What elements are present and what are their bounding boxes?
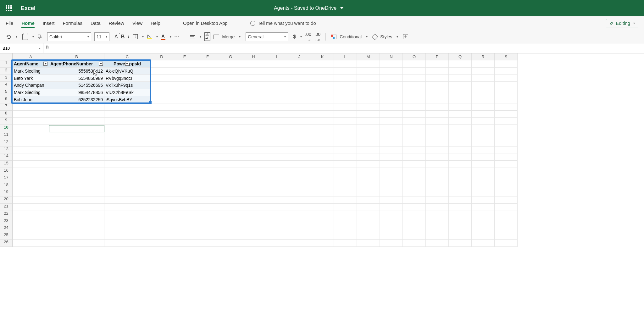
cell[interactable] [495,175,518,182]
cell[interactable] [426,103,449,111]
cell[interactable] [49,196,104,204]
cell[interactable]: 6252232259 [49,96,104,103]
cell[interactable] [49,218,104,225]
cell[interactable] [403,168,426,175]
cell[interactable] [219,182,242,190]
cell[interactable] [104,132,150,139]
cell[interactable] [495,204,518,211]
menu-help[interactable]: Help [151,19,160,28]
cell[interactable] [311,168,334,175]
cell[interactable] [311,68,334,75]
cell[interactable] [311,89,334,96]
cell[interactable]: VlUX2b8EeSk [104,89,150,96]
cell[interactable] [196,240,219,247]
cell[interactable] [265,204,288,211]
bold-button[interactable]: B [121,34,125,40]
cell[interactable] [49,175,104,182]
cell[interactable] [219,189,242,196]
cell[interactable] [196,211,219,218]
menu-insert[interactable]: Insert [43,19,55,28]
formula-input[interactable] [52,43,644,53]
cell[interactable] [173,60,196,68]
cell[interactable] [357,204,380,211]
cell[interactable] [357,146,380,154]
cell[interactable] [49,225,104,232]
cell[interactable] [357,75,380,82]
cell[interactable] [265,211,288,218]
cell[interactable] [104,218,150,225]
cell[interactable] [311,189,334,196]
cell[interactable] [173,204,196,211]
cell[interactable] [449,60,472,68]
undo-button[interactable] [6,34,11,40]
cell[interactable] [13,182,49,190]
column-header[interactable]: G [219,53,242,60]
cell[interactable] [472,196,495,204]
cell[interactable] [472,161,495,168]
row-header[interactable]: 26 [0,240,13,247]
insert-cells-button[interactable] [403,34,408,39]
cell[interactable] [403,204,426,211]
borders-button[interactable] [133,34,138,39]
cell[interactable] [196,175,219,182]
row-header[interactable]: 23 [0,218,13,225]
cell[interactable] [150,189,173,196]
row-header[interactable]: 3 [0,75,13,82]
row-header[interactable]: 10 [0,125,13,132]
cell[interactable] [150,161,173,168]
cell[interactable] [380,175,403,182]
cell[interactable] [449,146,472,154]
cell[interactable] [311,60,334,68]
cell[interactable] [150,118,173,125]
cell[interactable] [449,75,472,82]
cell[interactable] [196,189,219,196]
column-header[interactable]: E [173,53,196,60]
cell[interactable] [426,89,449,96]
cell[interactable] [265,240,288,247]
cell[interactable] [242,225,265,232]
cell[interactable] [288,153,311,161]
cell[interactable] [472,68,495,75]
cell[interactable] [265,153,288,161]
cell[interactable] [357,225,380,232]
cell[interactable] [449,96,472,103]
cell[interactable] [472,139,495,146]
app-launcher-icon[interactable] [6,5,12,11]
cell[interactable] [357,82,380,89]
row-header[interactable]: 21 [0,204,13,211]
cell[interactable] [196,196,219,204]
cell[interactable]: Andy Champan [13,82,49,89]
cell[interactable] [196,118,219,125]
cell[interactable] [472,103,495,111]
cell[interactable] [334,60,357,68]
cell[interactable] [219,175,242,182]
cell[interactable] [311,139,334,146]
cell[interactable] [104,125,150,132]
conditional-dropdown[interactable]: ▾ [366,35,368,38]
fontcolor-dropdown[interactable]: ▾ [170,35,171,38]
cell[interactable] [426,189,449,196]
cell[interactable]: __PoweppsId__ [104,60,150,68]
cell[interactable] [426,225,449,232]
cell[interactable] [449,168,472,175]
cell[interactable] [380,139,403,146]
cell[interactable] [449,139,472,146]
cell[interactable] [334,232,357,240]
cell[interactable] [426,175,449,182]
cell[interactable] [242,89,265,96]
cell[interactable] [403,111,426,118]
column-header[interactable]: A [13,53,49,60]
cell[interactable] [357,196,380,204]
cell[interactable] [150,125,173,132]
cell[interactable] [380,103,403,111]
cell[interactable] [104,118,150,125]
cell[interactable] [357,139,380,146]
cell[interactable] [380,153,403,161]
cell[interactable] [449,196,472,204]
cell[interactable] [173,240,196,247]
cell[interactable] [13,189,49,196]
cell[interactable] [104,161,150,168]
cell[interactable] [104,111,150,118]
number-format-select[interactable]: General▾ [246,32,288,41]
cell[interactable] [495,232,518,240]
